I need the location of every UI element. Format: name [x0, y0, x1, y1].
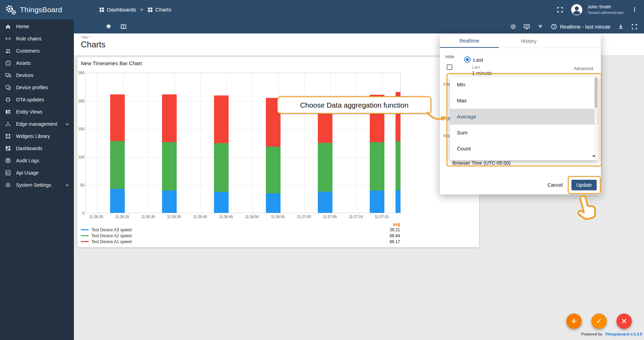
x-axis-label: 11:26:30: [136, 215, 160, 219]
breadcrumb-dashboards-label: Dashboards: [107, 7, 136, 13]
dropdown-scrollbar-thumb[interactable]: [595, 77, 598, 108]
aggregation-option-sum[interactable]: Sum: [450, 125, 598, 141]
aggregation-option-min[interactable]: Min: [450, 77, 598, 93]
chart-bar-segment: [396, 191, 401, 213]
toolbar-fullscreen-button[interactable]: [631, 23, 638, 30]
home-icon: [5, 23, 12, 30]
kebab-menu-icon[interactable]: [629, 4, 641, 16]
aggregation-option-count[interactable]: Count: [450, 141, 598, 157]
user-name: John Smith: [588, 4, 624, 10]
version-link[interactable]: Thingsboard v.3.3.0: [605, 332, 642, 336]
sidebar-item-label: Home: [16, 24, 70, 29]
legend-series-name[interactable]: Test Device A3 speed: [91, 227, 376, 232]
user-avatar[interactable]: [571, 4, 583, 16]
x-axis-label: 11:26:45: [214, 215, 238, 219]
legend-series-name[interactable]: Test Device A2 speed: [91, 233, 376, 238]
x-axis-label: 11:26:35: [162, 215, 186, 219]
powered-by-text: Powered by: [581, 332, 603, 336]
sidebar-item-label: Widgets Library: [16, 133, 70, 139]
dashboard-title-field-label: Title *: [81, 35, 91, 39]
apply-changes-fab[interactable]: ✓: [591, 314, 607, 329]
manage-states-button[interactable]: [120, 23, 127, 30]
sidebar-item-label: Assets: [16, 60, 70, 66]
timewindow-label: Realtime - last minute: [560, 24, 611, 30]
sidebar-item-label: System Settings: [16, 182, 64, 188]
x-axis-label: 11:27:15: [370, 215, 394, 219]
sidebar-item-devices[interactable]: Devices: [0, 69, 74, 81]
last-radio[interactable]: [464, 56, 470, 63]
download-icon: [618, 23, 624, 30]
aggregation-dropdown: MinMaxAverageSumCount: [450, 77, 598, 160]
x-axis-label: 11:26:55: [266, 215, 290, 219]
timewindow-button[interactable]: Realtime - last minute: [551, 23, 611, 30]
sidebar-item-label: Dashboards: [16, 146, 70, 151]
sidebar-item-label: Rule chains: [16, 36, 70, 41]
sidebar-item-api-usage[interactable]: Api Usage: [0, 167, 74, 179]
legend-row: Test Device A1 speed86.17: [81, 239, 400, 245]
chevron-down-icon: [64, 121, 70, 127]
dashboard-title-input[interactable]: Charts: [81, 40, 106, 49]
aggregation-options-list: MinMaxAverageSumCount: [450, 77, 598, 157]
breadcrumb-dashboards[interactable]: Dashboards: [99, 7, 136, 13]
legend-row: Test Device A2 speed86.84: [81, 233, 400, 239]
sidebar-item-widgets-library[interactable]: Widgets Library: [0, 130, 74, 142]
sidebar-item-home[interactable]: Home: [0, 20, 74, 32]
export-button[interactable]: [618, 23, 624, 30]
cancel-button[interactable]: Cancel: [544, 180, 567, 190]
chart-bar-segment: [370, 191, 384, 213]
user-role: Tenant administrator: [588, 10, 624, 15]
entity-aliases-button[interactable]: [523, 23, 530, 30]
dashboards-icon: [5, 145, 12, 152]
audit-logs-icon: [5, 157, 12, 164]
update-button[interactable]: Update: [572, 180, 597, 190]
legend-series-name[interactable]: Test Device A1 speed: [91, 239, 376, 244]
sidebar-item-system-settings[interactable]: System Settings: [0, 179, 74, 191]
user-info[interactable]: John Smith Tenant administrator: [588, 4, 624, 15]
sidebar-item-assets[interactable]: Assets: [0, 57, 74, 69]
app-logo[interactable]: ThingsBoard: [0, 4, 74, 16]
sidebar-item-audit-logs[interactable]: Audit Logs: [0, 154, 74, 167]
api-usage-icon: [5, 170, 12, 176]
dropdown-scrollbar[interactable]: [595, 77, 598, 160]
x-axis-label: 11:27:05: [318, 215, 342, 219]
chart-bar-segment: [318, 143, 332, 192]
chart-bar-segment: [396, 141, 401, 191]
assets-icon: [5, 60, 12, 66]
dashboard-settings-button[interactable]: [510, 23, 516, 30]
sidebar-item-rule-chains[interactable]: Rule chains: [0, 32, 74, 45]
chart-bar-segment: [110, 141, 125, 189]
advanced-toggle[interactable]: Advanced: [574, 66, 593, 71]
decline-changes-fab[interactable]: ×: [616, 314, 632, 329]
chart-bar-segment: [318, 192, 332, 213]
annotation-callout: Choose Data aggregation function: [277, 96, 431, 114]
sidebar-item-label: Devices: [16, 72, 70, 78]
sidebar-item-device-profiles[interactable]: Device profiles: [0, 81, 74, 93]
legend-swatch-icon: [81, 229, 89, 230]
sidebar-item-label: Device profiles: [16, 85, 70, 90]
hide-checkbox[interactable]: [447, 64, 452, 70]
sidebar-item-edge-management[interactable]: Edge management: [0, 118, 74, 130]
aggregation-option-max[interactable]: Max: [450, 93, 598, 109]
system-settings-icon: [5, 182, 12, 188]
aggregation-option-average[interactable]: Average: [450, 109, 598, 125]
filter-icon: [537, 23, 544, 30]
sidebar-item-entity-views[interactable]: Entity Views: [0, 106, 74, 118]
charts-grid-icon: [147, 7, 153, 13]
tab-realtime[interactable]: Realtime: [440, 34, 499, 48]
last-field-label: Last: [472, 65, 480, 70]
widget-title: New Timeseries Bar Chart: [81, 60, 142, 66]
manage-layouts-button[interactable]: [105, 23, 112, 30]
app-logo-text: ThingsBoard: [20, 6, 62, 14]
sidebar-item-dashboards[interactable]: Dashboards: [0, 142, 74, 154]
filters-button[interactable]: [537, 23, 544, 30]
scroll-more-indicator: [592, 155, 596, 159]
add-widget-fab[interactable]: +: [566, 314, 582, 329]
entity-views-icon: [5, 109, 12, 115]
fullscreen-icon: [631, 23, 638, 30]
sidebar-item-label: Entity Views: [16, 109, 70, 115]
tab-history[interactable]: History: [499, 34, 558, 48]
header-fullscreen-button[interactable]: [554, 4, 566, 16]
sidebar-item-ota-updates[interactable]: OTA updates: [0, 93, 74, 106]
timeseries-bar-chart-widget[interactable]: New Timeseries Bar Chart 050100150200250…: [77, 57, 479, 247]
sidebar-item-customers[interactable]: Customers: [0, 45, 74, 57]
